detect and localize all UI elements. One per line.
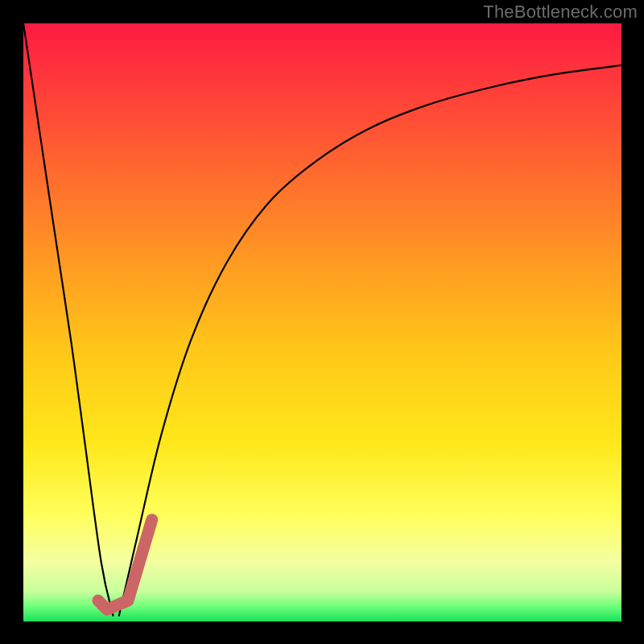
plot-background xyxy=(23,23,621,621)
chart-stage: TheBottleneck.com xyxy=(0,0,644,644)
watermark-label: TheBottleneck.com xyxy=(483,2,638,23)
bottleneck-chart xyxy=(0,0,644,644)
